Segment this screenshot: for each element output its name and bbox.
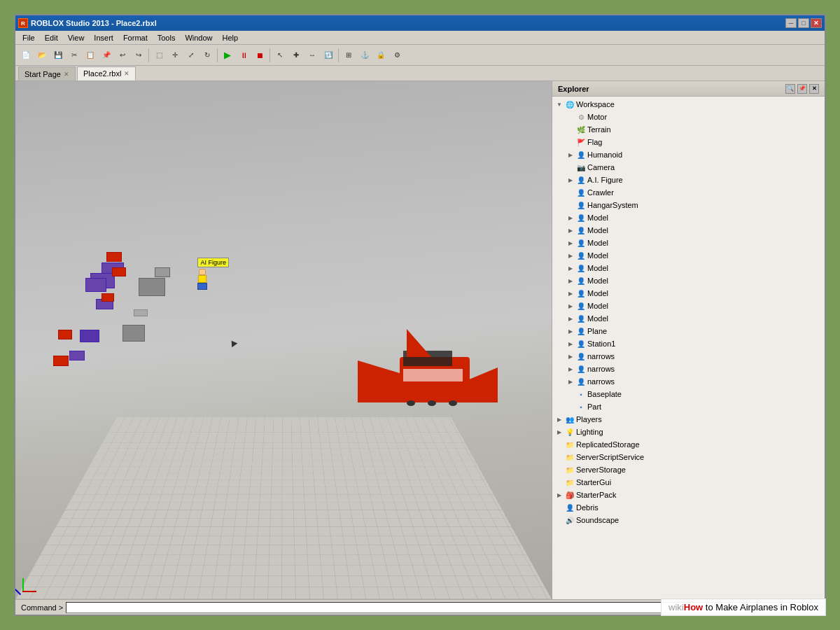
tree-part[interactable]: ▪ Part	[552, 400, 825, 413]
tree-expand-model-7[interactable]: ▶	[566, 289, 575, 298]
tree-expand-station1[interactable]: ▶	[566, 340, 575, 348]
small-gray-block[interactable]	[134, 309, 148, 316]
grid-button[interactable]: ⊞	[341, 48, 356, 63]
menu-view[interactable]: View	[64, 33, 89, 43]
tree-expand-model-4[interactable]: ▶	[566, 251, 575, 260]
redo-button[interactable]: ↪	[131, 48, 146, 63]
stop-button[interactable]: ⏹	[252, 48, 267, 63]
tree-narrows-3[interactable]: ▶ 👤 narrows	[552, 375, 825, 388]
tree-model-4[interactable]: ▶ 👤 Model	[552, 249, 825, 262]
tool3-button[interactable]: ↔	[304, 48, 320, 63]
tree-model-2[interactable]: ▶ 👤 Model	[552, 224, 825, 237]
red-block-2[interactable]	[102, 293, 114, 302]
explorer-filter-button[interactable]: 🔍	[785, 84, 795, 94]
menu-help[interactable]: Help	[218, 33, 243, 43]
red-block-4[interactable]	[53, 356, 69, 366]
tree-server-storage[interactable]: 📁 ServerStorage	[552, 463, 825, 476]
tree-expand-model-3[interactable]: ▶	[566, 239, 575, 247]
snap-button[interactable]: ⚓	[357, 48, 372, 63]
play-button[interactable]: ▶	[220, 48, 235, 63]
tree-soundscape[interactable]: 🔊 Soundscape	[552, 514, 825, 526]
explorer-pin-button[interactable]: 📌	[797, 84, 807, 94]
menu-window[interactable]: Window	[181, 33, 216, 43]
gray-block-3[interactable]	[155, 267, 170, 277]
tree-humanoid[interactable]: ▶ 👤 Humanoid	[552, 148, 825, 161]
lock-button[interactable]: 🔒	[373, 48, 388, 63]
tree-station1[interactable]: ▶ 👤 Station1	[552, 337, 825, 350]
close-button[interactable]: ✕	[811, 18, 822, 28]
tree-expand-plane[interactable]: ▶	[566, 327, 575, 335]
tree-lighting[interactable]: ▶ 💡 Lighting	[552, 426, 825, 438]
tab-place2-close[interactable]: ✕	[124, 70, 130, 77]
tree-expand-ai[interactable]: ▶	[566, 176, 575, 184]
tree-expand-humanoid[interactable]: ▶	[566, 150, 575, 159]
tree-starter-gui[interactable]: 📁 StarterGui	[552, 476, 825, 489]
menu-file[interactable]: File	[18, 33, 39, 43]
menu-tools[interactable]: Tools	[153, 33, 180, 43]
tree-narrows-1[interactable]: ▶ 👤 narrows	[552, 350, 825, 363]
red-block-6[interactable]	[112, 267, 126, 276]
ai-figure[interactable]: AI Figure	[197, 258, 229, 290]
tree-flag[interactable]: 🚩 Flag	[552, 136, 825, 148]
paste-button[interactable]: 📌	[99, 48, 114, 63]
tree-plane[interactable]: ▶ 👤 Plane	[552, 325, 825, 337]
tree-expand-model-8[interactable]: ▶	[566, 302, 575, 310]
tab-place2[interactable]: Place2.rbxl ✕	[77, 66, 136, 80]
tree-baseplate[interactable]: ▪ Baseplate	[552, 388, 825, 400]
tool2-button[interactable]: ✚	[288, 48, 304, 63]
tree-terrain[interactable]: 🌿 Terrain	[552, 123, 825, 136]
settings-button[interactable]: ⚙	[389, 48, 405, 63]
tree-expand-narrows-2[interactable]: ▶	[566, 365, 575, 373]
tree-expand-workspace[interactable]: ▼	[555, 100, 564, 108]
tree-crawler[interactable]: 👤 Crawler	[552, 186, 825, 199]
tree-expand-model-5[interactable]: ▶	[566, 264, 575, 272]
tree-starter-pack[interactable]: ▶ 🎒 StarterPack	[552, 489, 825, 501]
tree-model-6[interactable]: ▶ 👤 Model	[552, 274, 825, 287]
tree-expand-lighting[interactable]: ▶	[555, 428, 564, 436]
tree-expand-narrows-1[interactable]: ▶	[566, 352, 575, 360]
tree-camera[interactable]: 📷 Camera	[552, 161, 825, 174]
tree-ai-figure[interactable]: ▶ 👤 A.I. Figure	[552, 174, 825, 186]
tree-server-script-service[interactable]: 📁 ServerScriptService	[552, 451, 825, 463]
tree-model-9[interactable]: ▶ 👤 Model	[552, 312, 825, 325]
viewport[interactable]: AI Figure	[15, 81, 552, 599]
menu-insert[interactable]: Insert	[90, 33, 118, 43]
tree-workspace[interactable]: ▼ 🌐 Workspace	[552, 98, 825, 111]
open-button[interactable]: 📂	[34, 48, 50, 63]
tree-players[interactable]: ▶ 👥 Players	[552, 413, 825, 426]
tree-hangarsystem[interactable]: 👤 HangarSystem	[552, 199, 825, 211]
tree-expand-narrows-3[interactable]: ▶	[566, 377, 575, 386]
tree-expand-model-1[interactable]: ▶	[566, 214, 575, 222]
menu-edit[interactable]: Edit	[41, 33, 62, 43]
minimize-button[interactable]: ─	[785, 18, 797, 28]
tree-model-1[interactable]: ▶ 👤 Model	[552, 211, 825, 224]
explorer-close-button[interactable]: ✕	[809, 84, 819, 94]
move-button[interactable]: ✛	[167, 48, 183, 63]
tree-model-5[interactable]: ▶ 👤 Model	[552, 262, 825, 274]
tab-start-page[interactable]: Start Page ✕	[18, 66, 76, 80]
tree-model-3[interactable]: ▶ 👤 Model	[552, 237, 825, 249]
gray-block-2[interactable]	[122, 325, 145, 342]
scale-button[interactable]: ⤢	[183, 48, 199, 63]
purple-block-4[interactable]	[69, 351, 85, 360]
copy-button[interactable]: 📋	[83, 48, 98, 63]
restore-button[interactable]: □	[798, 18, 809, 28]
red-block-1[interactable]	[106, 252, 122, 262]
tree-expand-model-2[interactable]: ▶	[566, 226, 575, 234]
cut-button[interactable]: ✂	[66, 48, 82, 63]
tree-narrows-2[interactable]: ▶ 👤 narrows	[552, 363, 825, 375]
tree-model-7[interactable]: ▶ 👤 Model	[552, 287, 825, 300]
tree-motor[interactable]: ⚙ Motor	[552, 111, 825, 123]
menu-format[interactable]: Format	[119, 33, 152, 43]
tab-start-close[interactable]: ✕	[64, 71, 69, 78]
undo-button[interactable]: ↩	[115, 48, 130, 63]
new-button[interactable]: 📄	[18, 48, 34, 63]
tree-expand-starter-pack[interactable]: ▶	[555, 491, 564, 499]
tree-expand-players[interactable]: ▶	[555, 415, 564, 424]
tool1-button[interactable]: ↖	[272, 48, 288, 63]
airplane[interactable]	[358, 312, 498, 402]
tool4-button[interactable]: 🔃	[321, 48, 336, 63]
pause-button[interactable]: ⏸	[236, 48, 251, 63]
purple-block-3[interactable]	[80, 330, 99, 342]
red-block-3[interactable]	[58, 330, 72, 340]
